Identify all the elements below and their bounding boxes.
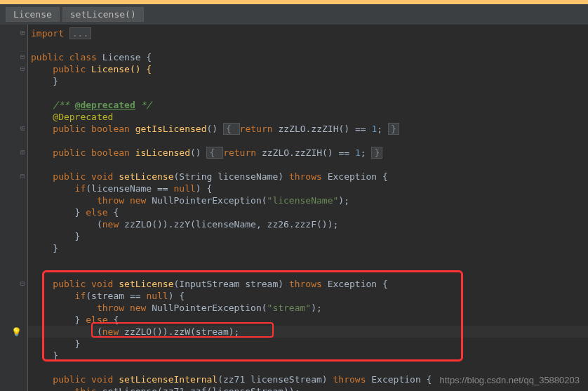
code-line xyxy=(28,135,588,147)
code-line xyxy=(28,87,588,99)
code-line: public License() { xyxy=(28,63,588,75)
code-line: } else { xyxy=(28,206,588,218)
code-line: public boolean isLicensed() { return zzZ… xyxy=(28,147,588,159)
fold-icon[interactable]: ⊞ xyxy=(20,124,25,132)
breadcrumb-item-method[interactable]: setLicense() xyxy=(62,7,144,22)
code-line: public void setLicense(InputStream strea… xyxy=(28,278,588,290)
lightbulb-icon[interactable]: 💡 xyxy=(11,327,22,337)
fold-icon[interactable]: ⊟ xyxy=(20,53,25,60)
fold-icon[interactable]: ⊞ xyxy=(20,148,25,156)
breadcrumb-item-class[interactable]: License xyxy=(6,7,60,22)
code-line: /** @deprecated */ xyxy=(28,99,588,111)
code-line-highlighted: (new zzZLO()).zzW(stream); xyxy=(28,326,588,338)
code-line xyxy=(28,39,588,51)
code-line: } xyxy=(28,75,588,87)
fold-icon[interactable]: ⊟ xyxy=(20,279,25,287)
code-line: throw new NullPointerException("stream")… xyxy=(28,302,588,314)
fold-icon[interactable]: ⊟ xyxy=(20,172,25,180)
code-line: import ... xyxy=(28,27,588,39)
code-line: (new zzZLO()).zzY(licenseName, zz26.zzzF… xyxy=(28,218,588,230)
code-line: } else { xyxy=(28,314,588,326)
code-area[interactable]: import ... public class License { public… xyxy=(28,25,588,391)
code-line: } xyxy=(28,230,588,242)
code-line xyxy=(28,159,588,171)
editor: ⊞ ⊟ ⊟ ⊞ ⊞ ⊟ ⊟ 💡 import ... public class … xyxy=(0,25,588,391)
code-line: if(stream == null) { xyxy=(28,290,588,302)
code-line: if(licenseName == null) { xyxy=(28,183,588,194)
gutter[interactable]: ⊞ ⊟ ⊟ ⊞ ⊞ ⊟ ⊟ 💡 xyxy=(0,25,28,391)
code-line: } xyxy=(28,338,588,350)
code-line xyxy=(28,266,588,278)
code-line: throw new NullPointerException("licenseN… xyxy=(28,194,588,206)
fold-icon[interactable]: ⊟ xyxy=(20,65,25,72)
code-line: } xyxy=(28,242,588,254)
breadcrumb: License setLicense() xyxy=(0,4,588,25)
watermark: https://blog.csdn.net/qq_35880203 xyxy=(440,375,580,385)
fold-placeholder[interactable]: ... xyxy=(69,27,91,39)
fold-icon[interactable]: ⊞ xyxy=(20,29,25,37)
code-line: public void setLicense(String licenseNam… xyxy=(28,171,588,183)
code-line xyxy=(28,254,588,266)
code-line: public class License { xyxy=(28,51,588,63)
code-line: this.setLicense(zz71.zzf(licenseStream))… xyxy=(28,385,588,391)
code-line: public boolean getIsLicensed() { return … xyxy=(28,123,588,135)
code-line: } xyxy=(28,350,588,362)
code-line: @Deprecated xyxy=(28,111,588,123)
code-line xyxy=(28,362,588,373)
